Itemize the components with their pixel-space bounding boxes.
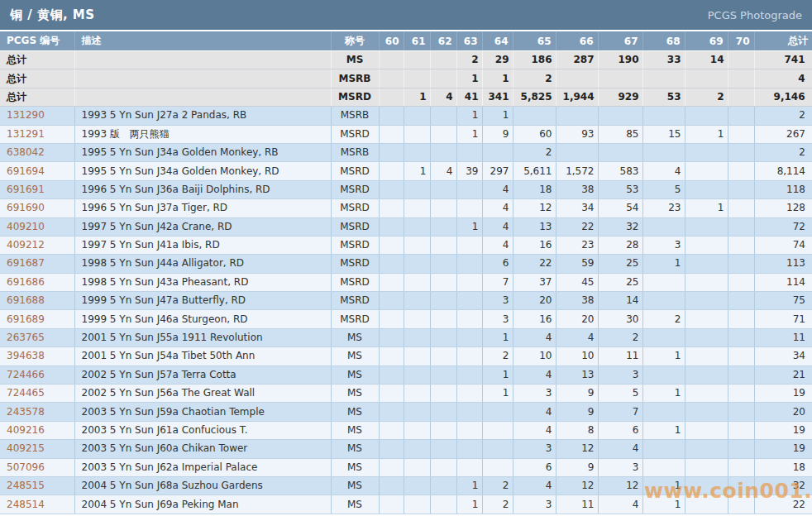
grade-64-count: 2: [482, 495, 513, 514]
pcgs-number-link[interactable]: 691689: [0, 310, 74, 328]
grade-65-count: 3: [513, 495, 556, 514]
grade-64-count: 4: [482, 217, 513, 236]
grade-62-count: [430, 125, 456, 143]
designation: MS: [331, 385, 379, 403]
column-header-grade-60: 60: [379, 31, 404, 51]
grade-66-count: 38: [556, 292, 598, 310]
pcgs-number-link[interactable]: 507096: [0, 458, 74, 476]
table-row: 6916871998 5 Yn Sun J44a Alligator, RDMS…: [0, 255, 812, 273]
pcgs-number-link[interactable]: 691694: [0, 162, 74, 180]
grade-68-count: 53: [642, 88, 685, 106]
pcgs-number-link[interactable]: 248514: [0, 495, 74, 514]
grade-60-count: [379, 180, 404, 198]
coin-description: 1999 5 Yn Sun J47a Butterfly, RD: [74, 292, 331, 310]
grade-69-count: [685, 366, 728, 384]
row-total: 32: [754, 476, 812, 494]
grade-62-count: [430, 328, 456, 346]
coin-description: 2003 5 Yn Sun J60a Chikan Tower: [74, 440, 331, 458]
designation: MS: [331, 347, 379, 366]
grade-63-count: 39: [456, 162, 482, 180]
grade-70-count: [728, 458, 754, 476]
grade-62-count: [430, 292, 456, 310]
grade-69-count: [685, 236, 728, 254]
pcgs-number-link[interactable]: 409216: [0, 421, 74, 439]
pcgs-number-link[interactable]: 409212: [0, 236, 74, 254]
grade-60-count: [379, 125, 404, 143]
grade-61-count: [404, 292, 430, 310]
coin-description: 2001 5 Yn Sun J55a 1911 Revolution: [74, 328, 331, 346]
grade-60-count: [379, 403, 404, 421]
designation: MSRD: [331, 125, 379, 143]
grade-66-count: 9: [556, 403, 598, 421]
grade-70-count: [728, 328, 754, 346]
grade-61-count: 1: [404, 162, 430, 180]
grade-67-count: 12: [598, 476, 642, 494]
grade-70-count: [728, 495, 754, 514]
pcgs-number-link[interactable]: 131290: [0, 107, 74, 125]
grade-63-count: [456, 421, 482, 439]
table-row: 6916861998 5 Yn Sun J43a Pheasant, RDMSR…: [0, 273, 812, 291]
grade-70-count: [728, 162, 754, 180]
grade-69-count: 2: [685, 88, 728, 106]
grade-62-count: [430, 440, 456, 458]
grade-60-count: [379, 69, 404, 88]
pcgs-number-link[interactable]: 409210: [0, 217, 74, 236]
pcgs-number-link[interactable]: 691688: [0, 292, 74, 310]
grade-70-count: [728, 51, 754, 69]
row-total: 18: [754, 458, 812, 476]
grade-61-count: [404, 107, 430, 125]
grade-66-count: 45: [556, 273, 598, 291]
grade-60-count: [379, 458, 404, 476]
pcgs-number-link[interactable]: 691691: [0, 180, 74, 198]
column-header-grade-66: 66: [556, 31, 598, 51]
grade-63-count: 41: [456, 88, 482, 106]
photograde-link[interactable]: PCGS Photograde: [708, 9, 802, 22]
designation: MSRD: [331, 236, 379, 254]
grade-62-count: [430, 495, 456, 514]
grade-62-count: [430, 458, 456, 476]
grade-66-count: 11: [556, 495, 598, 514]
table-row: 2435782003 5 Yn Sun J59a Chaotian Temple…: [0, 403, 812, 421]
grade-70-count: [728, 180, 754, 198]
total-row: 总计MSRD14413415,8251,9449295329,146: [0, 88, 812, 106]
grade-68-count: [642, 217, 685, 236]
grade-65-count: 4: [513, 421, 556, 439]
grade-67-count: 53: [598, 180, 642, 198]
grade-69-count: [685, 162, 728, 180]
grade-68-count: [642, 328, 685, 346]
grade-60-count: [379, 347, 404, 366]
pcgs-number-link[interactable]: 131291: [0, 125, 74, 143]
grade-68-count: 33: [642, 51, 685, 69]
grade-61-count: [404, 328, 430, 346]
coin-description: 1996 5 Yn Sun J37a Tiger, RD: [74, 199, 331, 217]
total-row: 总计MS2291862871903314741: [0, 51, 812, 69]
grade-64-count: 1: [482, 366, 513, 384]
pcgs-number-link[interactable]: 243578: [0, 403, 74, 421]
pcgs-number-link[interactable]: 724466: [0, 366, 74, 384]
pcgs-number-link[interactable]: 638042: [0, 143, 74, 161]
designation: MS: [331, 495, 379, 514]
grade-66-count: 12: [556, 440, 598, 458]
title-bar: 铜 / 黄铜, MS PCGS Photograde: [0, 0, 812, 30]
grade-62-count: [430, 273, 456, 291]
pcgs-number-link[interactable]: 394638: [0, 347, 74, 366]
pcgs-number-link[interactable]: 409215: [0, 440, 74, 458]
pcgs-number-link[interactable]: 263765: [0, 328, 74, 346]
designation: MS: [331, 366, 379, 384]
table-row: 6916891999 5 Yn Sun J46a Sturgeon, RDMSR…: [0, 310, 812, 328]
grade-64-count: 1: [482, 107, 513, 125]
row-total: 71: [754, 310, 812, 328]
grade-63-count: [456, 292, 482, 310]
pcgs-number-link[interactable]: 691686: [0, 273, 74, 291]
grade-62-count: [430, 107, 456, 125]
grade-60-count: [379, 143, 404, 161]
pcgs-number-link[interactable]: 248515: [0, 476, 74, 494]
grade-67-count: 5: [598, 385, 642, 403]
pcgs-number-link[interactable]: 691690: [0, 199, 74, 217]
designation: MS: [331, 421, 379, 439]
pcgs-number-link[interactable]: 691687: [0, 255, 74, 273]
grade-64-count: [482, 143, 513, 161]
grade-67-count: 32: [598, 217, 642, 236]
table-row: 2485142004 5 Yn Sun J69a Peking ManMS123…: [0, 495, 812, 514]
pcgs-number-link[interactable]: 724465: [0, 385, 74, 403]
